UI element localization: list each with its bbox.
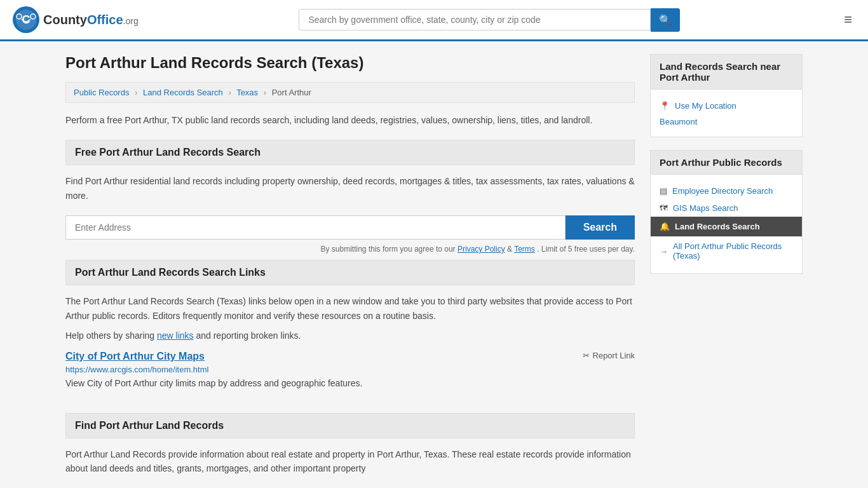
sidebar-nearby-section: Land Records Search near Port Arthur 📍 U… [650,54,803,137]
privacy-policy-link[interactable]: Privacy Policy [458,245,505,254]
page-title: Port Arthur Land Records Search (Texas) [65,54,635,72]
sidebar-all-public-records-link[interactable]: → All Port Arthur Public Records (Texas) [660,236,793,266]
sidebar-nearby-body: 📍 Use My Location Beaumont [651,90,802,137]
sidebar-employee-directory-link[interactable]: ▤ Employee Directory Search [660,182,793,200]
bell-icon: 🔔 [660,222,670,231]
free-search-description: Find Port Arthur residential land record… [65,174,635,203]
find-section-heading: Find Port Arthur Land Records [65,413,635,438]
header-search-button[interactable]: 🔍 [651,8,680,32]
page-container: Port Arthur Land Records Search (Texas) … [53,41,815,488]
map-icon: 🗺 [660,203,668,213]
free-search-section: Free Port Arthur Land Records Search Fin… [65,140,635,254]
terms-link[interactable]: Terms [514,245,535,254]
list-icon: ▤ [660,186,667,196]
logo-icon: C [13,6,39,33]
breadcrumb-texas[interactable]: Texas [236,88,258,97]
use-my-location-link[interactable]: 📍 Use My Location [660,97,793,114]
sharing-text: Help others by sharing new links and rep… [65,330,635,341]
address-search-form: Search By submitting this form you agree… [65,215,635,254]
links-section: Port Arthur Land Records Search Links Th… [65,260,635,400]
svg-text:C: C [22,13,31,26]
logo: C CountyOffice.org [13,6,139,33]
search-input-row: Search [65,215,635,240]
hamburger-menu-button[interactable]: ≡ [841,8,855,31]
address-search-button[interactable]: Search [566,215,635,240]
logo-text: CountyOffice.org [43,13,139,27]
main-content: Port Arthur Land Records Search (Texas) … [65,54,635,488]
new-links-link[interactable]: new links [157,330,194,341]
breadcrumb-sep-2: › [228,88,231,97]
scissors-icon: ✂ [583,351,590,360]
arrow-right-icon: → [660,247,668,256]
report-link-button[interactable]: ✂ Report Link [583,351,635,360]
breadcrumb-land-records[interactable]: Land Records Search [143,88,223,97]
find-section: Find Port Arthur Land Records Port Arthu… [65,413,635,476]
hamburger-icon: ≡ [844,11,852,27]
page-description: Perform a free Port Arthur, TX public la… [65,113,635,127]
sidebar-land-records-link[interactable]: 🔔 Land Records Search [651,217,802,236]
links-heading: Port Arthur Land Records Search Links [65,260,635,285]
sidebar: Land Records Search near Port Arthur 📍 U… [650,54,803,488]
link-description: View City of Port Arthur city limits map… [65,377,635,390]
form-disclaimer: By submitting this form you agree to our… [65,245,635,254]
sidebar-public-records-section: Port Arthur Public Records ▤ Employee Di… [650,150,803,274]
address-search-input[interactable] [65,215,566,240]
breadcrumb-public-records[interactable]: Public Records [74,88,129,97]
link-item-title[interactable]: City of Port Arthur City Maps [65,351,205,362]
breadcrumb-sep-3: › [264,88,266,97]
header-search-input[interactable] [299,9,651,30]
search-icon: 🔍 [659,15,672,25]
breadcrumb-port-arthur: Port Arthur [272,88,311,97]
header-search-form: 🔍 [299,8,680,32]
breadcrumb: Public Records › Land Records Search › T… [65,82,635,103]
link-item: City of Port Arthur City Maps ✂ Report L… [65,351,635,400]
link-url: https://www.arcgis.com/home/item.html [65,365,635,374]
sidebar-nearby-heading: Land Records Search near Port Arthur [651,55,802,90]
location-icon: 📍 [660,101,670,111]
find-section-description: Port Arthur Land Records provide informa… [65,447,635,476]
sidebar-public-records-heading: Port Arthur Public Records [651,151,802,175]
site-header: C CountyOffice.org 🔍 ≡ [0,0,868,41]
nearby-beaumont-link[interactable]: Beaumont [660,114,793,129]
sidebar-gis-maps-link[interactable]: 🗺 GIS Maps Search [660,200,793,217]
sidebar-public-records-body: ▤ Employee Directory Search 🗺 GIS Maps S… [651,175,802,273]
free-search-heading: Free Port Arthur Land Records Search [65,140,635,165]
link-item-header: City of Port Arthur City Maps ✂ Report L… [65,351,635,362]
breadcrumb-sep-1: › [135,88,137,97]
links-description: The Port Arthur Land Records Search (Tex… [65,294,635,323]
